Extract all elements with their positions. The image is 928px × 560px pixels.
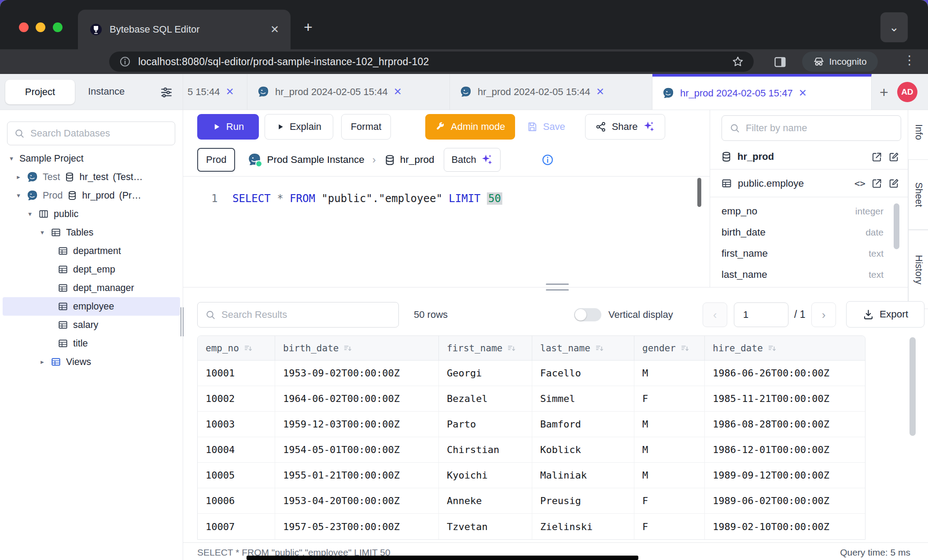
prev-page-button[interactable]: ‹ <box>703 302 727 327</box>
panel-resize-handle[interactable] <box>546 284 569 291</box>
new-tab-button[interactable]: + <box>304 19 313 34</box>
postgresql-icon <box>460 86 472 98</box>
table-row: 100031959-12-03T00:00:00ZPartoBamfordM19… <box>198 412 865 437</box>
page-number-input[interactable] <box>734 302 788 327</box>
close-window-button[interactable] <box>19 22 29 32</box>
play-icon <box>276 123 284 131</box>
table-row: 100021964-06-02T00:00:00ZBezalelSimmelF1… <box>198 386 865 412</box>
tree-item-table-salary[interactable]: salary <box>0 316 183 334</box>
sort-icon[interactable] <box>595 343 604 353</box>
tree-group-tables[interactable]: ▾ Tables <box>0 223 183 242</box>
zoom-window-button[interactable] <box>53 22 63 32</box>
site-info-icon[interactable] <box>119 55 131 68</box>
user-avatar[interactable]: AD <box>897 82 917 102</box>
side-panel-icon[interactable] <box>773 55 787 69</box>
share-button[interactable]: Share <box>585 114 666 140</box>
minimize-window-button[interactable] <box>36 22 45 32</box>
column-header-birth-date[interactable]: birth_date <box>275 336 439 360</box>
save-button[interactable]: Save <box>522 114 570 140</box>
url-bar[interactable]: localhost:8080/sql-editor/prod-sample-in… <box>109 52 754 72</box>
sort-icon[interactable] <box>507 343 516 353</box>
worksheet-tab-1[interactable]: 5 15:44 ✕ <box>183 74 247 110</box>
sidebar-resize-handle[interactable] <box>180 307 185 336</box>
tree-item-hr-prod[interactable]: ▾ Prod hr_prod(Pr… <box>0 186 183 205</box>
close-tab-icon[interactable]: ✕ <box>225 86 234 98</box>
results-search-input[interactable]: Search Results <box>197 302 399 328</box>
edit-icon[interactable] <box>888 151 900 163</box>
incognito-icon <box>813 56 825 67</box>
close-tab-icon[interactable]: ✕ <box>270 23 279 36</box>
chevron-down-icon[interactable]: ▾ <box>15 192 22 199</box>
worksheet-tab-active[interactable]: hr_prod 2024-02-05 15:47 ✕ <box>652 74 872 110</box>
results-scrollbar[interactable] <box>910 337 916 436</box>
schema-panel-scrollbar[interactable] <box>894 203 899 249</box>
tree-item-table-dept-manager[interactable]: dept_manager <box>0 279 183 297</box>
sql-code-line: SELECT * FROM "public"."employee" LIMIT … <box>232 192 502 205</box>
column-header-gender[interactable]: gender <box>634 336 705 360</box>
external-link-icon[interactable] <box>871 177 883 189</box>
tab-info[interactable]: Info <box>908 110 928 154</box>
tree-settings-icon[interactable] <box>159 85 173 99</box>
tree-item-table-dept-emp[interactable]: dept_emp <box>0 260 183 279</box>
tree-item-hr-test[interactable]: ▸ Test hr_test(Test… <box>0 168 183 186</box>
filter-placeholder: Filter by name <box>746 122 807 134</box>
close-tab-icon[interactable]: ✕ <box>799 87 807 99</box>
tab-project[interactable]: Project <box>5 80 75 104</box>
admin-mode-button[interactable]: Admin mode <box>425 114 515 140</box>
batch-button[interactable]: Batch <box>444 148 500 172</box>
tree-item-project[interactable]: ▾ Sample Project <box>0 149 183 168</box>
new-worksheet-button[interactable]: + <box>880 85 888 99</box>
format-button[interactable]: Format <box>341 114 391 140</box>
column-header-emp-no[interactable]: emp_no <box>198 336 275 360</box>
column-row-emp-no: emp_nointeger <box>710 201 895 222</box>
browser-menu-icon[interactable]: ⋮ <box>903 53 916 67</box>
worksheet-tab-bar: 5 15:44 ✕ hr_prod 2024-02-05 15:44 ✕ hr_… <box>183 74 928 110</box>
chevron-right-icon[interactable]: ▸ <box>39 358 46 366</box>
column-header-last-name[interactable]: last_name <box>532 336 634 360</box>
worksheet-tab-2[interactable]: hr_prod 2024-02-05 15:44 ✕ <box>247 74 450 110</box>
tree-item-table-employee[interactable]: employee <box>3 297 180 316</box>
tab-history[interactable]: History <box>908 230 928 309</box>
instance-link[interactable]: Prod Sample Instance <box>267 154 364 166</box>
schema-filter-input[interactable]: Filter by name <box>722 115 901 141</box>
external-link-icon[interactable] <box>871 151 883 163</box>
chevron-down-icon[interactable]: ▾ <box>26 210 33 218</box>
table-icon <box>57 282 69 294</box>
explain-button[interactable]: Explain <box>265 114 333 140</box>
connection-info-icon[interactable] <box>541 153 554 166</box>
chevron-right-icon[interactable]: ▸ <box>15 173 22 181</box>
view-code-icon[interactable]: <> <box>854 178 865 189</box>
next-page-button[interactable]: › <box>811 302 836 327</box>
chevron-down-icon[interactable]: ▾ <box>8 155 15 162</box>
tree-item-table-department[interactable]: department <box>0 242 183 260</box>
column-header-hire-date[interactable]: hire_date <box>705 336 865 360</box>
tree-group-views[interactable]: ▸ Views <box>0 353 183 371</box>
table-icon <box>721 177 733 189</box>
tab-instance[interactable]: Instance <box>88 86 125 97</box>
export-button[interactable]: Export <box>846 301 924 328</box>
worksheet-tab-3[interactable]: hr_prod 2024-02-05 15:44 ✕ <box>450 74 652 110</box>
results-table: emp_no birth_date first_name last_name g… <box>197 335 865 540</box>
edit-icon[interactable] <box>888 177 900 189</box>
sort-icon[interactable] <box>343 343 353 353</box>
editor-scrollbar[interactable] <box>697 178 701 207</box>
sort-icon[interactable] <box>243 343 253 353</box>
tab-search-button[interactable]: ⌄ <box>880 12 908 42</box>
run-button[interactable]: Run <box>197 114 259 140</box>
browser-tab[interactable]: Bytebase SQL Editor ✕ <box>78 10 291 49</box>
close-tab-icon[interactable]: ✕ <box>596 86 604 98</box>
vertical-display-toggle[interactable] <box>574 308 601 321</box>
close-tab-icon[interactable]: ✕ <box>394 86 402 98</box>
sort-icon[interactable] <box>767 343 777 353</box>
bookmark-star-icon[interactable] <box>732 55 744 68</box>
tree-item-table-title[interactable]: title <box>0 334 183 353</box>
vertical-display-label: Vertical display <box>608 309 673 321</box>
database-search-input[interactable]: Search Databases <box>7 122 175 145</box>
sql-editor[interactable]: 1 SELECT * FROM "public"."employee" LIMI… <box>183 176 710 287</box>
sort-icon[interactable] <box>680 343 690 353</box>
tree-item-schema-public[interactable]: ▾ public <box>0 205 183 223</box>
database-link[interactable]: hr_prod <box>400 154 435 166</box>
chevron-down-icon[interactable]: ▾ <box>39 228 46 236</box>
tab-sheet[interactable]: Sheet <box>908 159 928 230</box>
column-header-first-name[interactable]: first_name <box>439 336 532 360</box>
